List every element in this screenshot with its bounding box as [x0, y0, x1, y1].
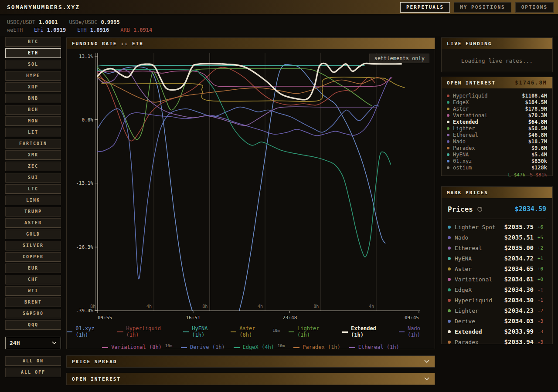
sidebar-asset-mon[interactable]: MON [5, 116, 61, 126]
ticker-row-2: weETHEFi1.0919ETH1.0916ARB1.0914 [7, 27, 551, 34]
legend-item-derive[interactable]: Derive (1h) [181, 344, 225, 351]
legend-label: HyENA (1h) [192, 325, 222, 338]
venue-oi-value: $70.3M [528, 112, 547, 118]
series-line-01-xyz [98, 64, 385, 323]
sidebar-asset-btc[interactable]: BTC [5, 37, 61, 47]
sidebar-asset-bnb[interactable]: BNB [5, 94, 61, 103]
sidebar-asset-silver[interactable]: SILVER [5, 241, 61, 250]
venue-dot [447, 166, 449, 169]
venue-name: Ethereal [455, 245, 482, 251]
sidebar-asset-sui[interactable]: SUI [5, 173, 61, 182]
refresh-icon[interactable] [477, 206, 483, 212]
nav-perpetuals[interactable]: PERPETUALS [400, 2, 450, 13]
legend-item-hyperliquid[interactable]: Hyperliquid (1h) [117, 325, 174, 338]
sidebar-asset-ltc[interactable]: LTC [5, 184, 61, 194]
venue-dot [447, 101, 449, 104]
gridline-label: 8h [202, 304, 208, 309]
price-spread-title: PRICE SPREAD [72, 359, 117, 365]
venue-name: Nado [455, 234, 468, 241]
legend-item-hyena[interactable]: HyENA (1h) [183, 325, 222, 338]
sidebar-asset-lit[interactable]: LIT [5, 128, 61, 137]
chevron-down-icon [52, 341, 57, 345]
sidebar-asset-copper[interactable]: COPPER [5, 252, 61, 262]
open-interest-row-ostium: ostium$128k [447, 164, 547, 171]
ticker-row-1: USDC/USDT1.0001USDe/USDC0.9995 [7, 19, 551, 26]
venue-dot [448, 320, 451, 323]
legend-item-variational[interactable]: Variational (8h)10m [102, 344, 172, 351]
legend-item-lighter[interactable]: Lighter (1h) [289, 325, 333, 338]
nav-options[interactable]: OPTIONS [515, 2, 554, 13]
mark-price-row-variational: Variational$2034.61+0 [448, 274, 546, 284]
mark-price-row-hyperliquid: Hyperliquid$2034.30-1 [448, 295, 546, 305]
legend-label: Ethereal (1h) [358, 344, 399, 351]
sidebar-asset-sol[interactable]: SOL [5, 60, 61, 69]
funding-rate-plot: 8h4h8h4h8h4h13.1%0.0%-13.1%-26.3%-39.4%0… [67, 49, 435, 323]
all-off-button[interactable]: ALL OFF [5, 368, 61, 377]
x-tick-label: 09:55 [98, 315, 112, 321]
legend-item-aster[interactable]: Aster (8h)10m [231, 325, 279, 338]
sidebar-asset-link[interactable]: LINK [5, 196, 61, 205]
venue-dot [447, 134, 449, 136]
gridline-label: 4h [258, 304, 263, 309]
sidebar-asset-eur[interactable]: EUR [5, 264, 61, 273]
venue-dot [447, 127, 449, 130]
sidebar-asset-zec[interactable]: ZEC [5, 162, 61, 171]
nav-my-positions[interactable]: MY POSITIONS [454, 2, 511, 13]
timeframe-select[interactable]: 24H [5, 337, 61, 349]
legend-item-nado[interactable]: Nado (1h) [399, 325, 435, 338]
legend-dash [231, 331, 236, 332]
mark-prices-title: MARK PRICES [447, 190, 488, 196]
app-title: SOMANYNUMBERS.XYZ [7, 0, 80, 15]
venue-dot [447, 108, 449, 110]
venue-price-change: +0 [538, 277, 546, 282]
sidebar-asset-trump[interactable]: TRUMP [5, 207, 61, 216]
series-line-hyperliquid [98, 68, 374, 141]
ticker-pair-weeth: weETH [7, 27, 23, 34]
sidebar-asset-eth[interactable]: ETH [5, 48, 61, 58]
sidebar-asset-xmr[interactable]: XMR [5, 150, 61, 160]
prices-summary-row: Prices $2034.59 [448, 203, 546, 216]
chevron-down-icon [424, 377, 429, 381]
sidebar-asset-xrp[interactable]: XRP [5, 82, 61, 92]
venue-name: Aster [455, 266, 472, 272]
sidebar-asset-s-p500[interactable]: S&P500 [5, 309, 61, 318]
venue-dot [448, 341, 451, 344]
mark-price-row-derive: Derive$2034.03-3 [448, 316, 546, 326]
sidebar-asset-hype[interactable]: HYPE [5, 71, 61, 81]
sidebar-asset-qqq[interactable]: QQQ [5, 320, 61, 330]
sidebar-asset-aster[interactable]: ASTER [5, 218, 61, 228]
venue-oi-value: $830k [531, 158, 547, 164]
venue-price: $2034.30 [504, 297, 534, 304]
mark-prices-body: Prices $2034.59 Lighter Spot$2035.75+6Na… [442, 198, 552, 351]
x-tick-label: 09:45 [405, 315, 419, 321]
venue-dot [448, 330, 451, 333]
open-interest-title: OPEN INTEREST [447, 80, 496, 86]
gridline-label: 8h [313, 304, 319, 309]
legend-item-edgex[interactable]: EdgeX (4h)10m [234, 344, 285, 351]
legend-item-ethereal[interactable]: Ethereal (1h) [349, 344, 399, 351]
sidebar-asset-chf[interactable]: CHF [5, 275, 61, 284]
ticker-label: EFi [34, 27, 44, 34]
legend-item-extended[interactable]: Extended (1h) [342, 325, 390, 338]
series-line-variational [98, 71, 392, 87]
sidebar-asset-fartcoin[interactable]: FARTCOIN [5, 139, 61, 149]
venue-name: Extended [455, 328, 482, 335]
sidebar-asset-wti[interactable]: WTI [5, 286, 61, 296]
sidebar-asset-gold[interactable]: GOLD [5, 230, 61, 239]
ticker-pair-efi: EFi1.0919 [34, 27, 66, 34]
chart-legend-row-1: 01.xyz (1h)Hyperliquid (1h)HyENA (1h)Ast… [67, 325, 435, 338]
venue-name: Aster [453, 106, 469, 112]
price-spread-collapsed-panel[interactable]: PRICE SPREAD [66, 355, 435, 368]
settlements-only-toggle[interactable]: settlements only [369, 54, 429, 63]
venue-name: Nado [453, 139, 466, 145]
legend-label: Lighter (1h) [297, 325, 333, 338]
legend-item-paradex[interactable]: Paradex (1h) [293, 344, 340, 351]
sidebar-asset-brent[interactable]: BRENT [5, 297, 61, 307]
all-on-button[interactable]: ALL ON [5, 356, 61, 366]
legend-dash [342, 331, 348, 333]
venue-name: Extended [453, 119, 478, 125]
legend-item-01-xyz[interactable]: 01.xyz (1h) [67, 325, 109, 338]
open-interest-collapsed-panel[interactable]: OPEN INTEREST [66, 373, 435, 385]
sidebar-asset-bch[interactable]: BCH [5, 105, 61, 115]
legend-label: Paradex (1h) [303, 344, 340, 351]
